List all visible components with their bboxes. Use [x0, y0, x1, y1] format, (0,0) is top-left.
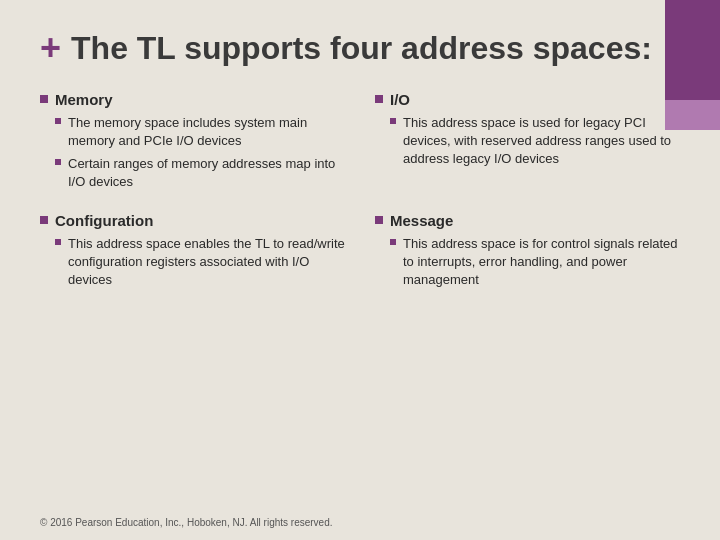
section-configuration-title: Configuration: [40, 212, 345, 229]
plus-icon: +: [40, 30, 61, 66]
list-item: This address space is used for legacy PC…: [390, 114, 680, 169]
header-area: + The TL supports four address spaces:: [40, 30, 680, 67]
message-sub-items: This address space is for control signal…: [390, 235, 680, 290]
section-message-title: Message: [375, 212, 680, 229]
list-item: This address space enables the TL to rea…: [55, 235, 345, 290]
section-io-title: I/O: [375, 91, 680, 108]
list-item: The memory space includes system main me…: [55, 114, 345, 150]
configuration-sub-items: This address space enables the TL to rea…: [55, 235, 345, 290]
list-item: This address space is for control signal…: [390, 235, 680, 290]
sub-bullet-icon: [55, 118, 61, 124]
memory-sub-items: The memory space includes system main me…: [55, 114, 345, 192]
section-memory: Memory The memory space includes system …: [40, 91, 345, 192]
section-message: Message This address space is for contro…: [375, 212, 680, 290]
page-title: The TL supports four address spaces:: [71, 30, 652, 67]
slide: + The TL supports four address spaces: M…: [0, 0, 720, 540]
content-grid: Memory The memory space includes system …: [40, 91, 680, 289]
footer-text: © 2016 Pearson Education, Inc., Hoboken,…: [40, 517, 333, 528]
io-sub-items: This address space is used for legacy PC…: [390, 114, 680, 169]
section-memory-title: Memory: [40, 91, 345, 108]
list-item: Certain ranges of memory addresses map i…: [55, 155, 345, 191]
sub-bullet-icon: [55, 159, 61, 165]
bullet-icon-memory: [40, 95, 48, 103]
sub-bullet-icon: [55, 239, 61, 245]
section-io: I/O This address space is used for legac…: [375, 91, 680, 192]
accent-decoration-bottom: [665, 100, 720, 130]
accent-decoration-top: [665, 0, 720, 100]
sub-bullet-icon: [390, 239, 396, 245]
bullet-icon-configuration: [40, 216, 48, 224]
bullet-icon-io: [375, 95, 383, 103]
bullet-icon-message: [375, 216, 383, 224]
section-configuration: Configuration This address space enables…: [40, 212, 345, 290]
sub-bullet-icon: [390, 118, 396, 124]
